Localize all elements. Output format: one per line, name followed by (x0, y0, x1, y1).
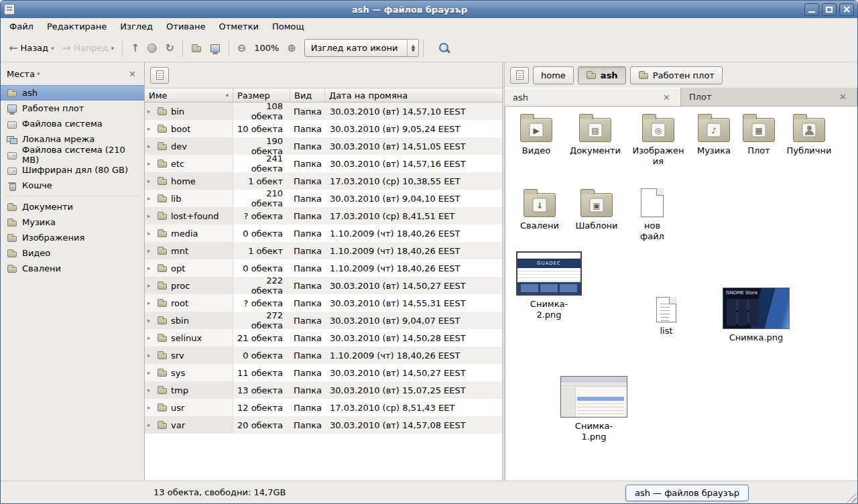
menu-view[interactable]: Изглед (114, 19, 159, 34)
table-row[interactable]: ▸mnt1 обектПапка1.10.2009 (чт) 18,40,26 … (145, 242, 502, 259)
menu-bookmarks[interactable]: Отметки (212, 19, 264, 34)
zoom-out-button[interactable]: ⊖ (233, 40, 250, 57)
close-button[interactable] (839, 3, 854, 16)
table-row[interactable]: ▸selinux21 обектаПапка30.03.2010 (вт) 14… (145, 329, 502, 346)
minimize-button[interactable] (804, 3, 819, 16)
icon-folder-desktop[interactable]: Плот (741, 113, 776, 156)
sidebar-item-filesystem[interactable]: Файлова система (1, 116, 144, 131)
icon-folder-public[interactable]: Публични (784, 113, 834, 156)
icon-folder-video[interactable]: Видео (515, 113, 558, 156)
zoom-in-button[interactable]: ⊕ (283, 40, 300, 57)
taskbar-window-button[interactable]: ash — файлов браузър (625, 485, 749, 501)
icon-file-new[interactable]: нов файл (631, 187, 673, 242)
icon-folder-documents[interactable]: Документи (566, 113, 625, 156)
sidebar-item-trash[interactable]: Кошче (1, 178, 144, 193)
expander-icon[interactable]: ▸ (147, 230, 154, 237)
sidebar-item-encrypted-80gb[interactable]: Шифриран дял (80 GB) (1, 162, 144, 178)
maximize-button[interactable] (822, 3, 837, 16)
sidebar-item-ash[interactable]: ash (1, 85, 144, 101)
search-button[interactable] (428, 39, 454, 58)
expander-icon[interactable]: ▸ (147, 422, 154, 428)
table-row[interactable]: ▸boot10 обектаПапка30.03.2010 (вт) 9,05,… (145, 120, 502, 137)
expander-icon[interactable]: ▸ (147, 195, 154, 202)
table-row[interactable]: ▸var20 обектаПапка30.03.2010 (вт) 14,57,… (145, 416, 502, 434)
sidebar-item-pictures[interactable]: Изображения (1, 230, 144, 245)
table-row[interactable]: ▸proc222 обектаПапка30.03.2010 (вт) 14,5… (145, 277, 502, 294)
back-button[interactable]: ← Назад ▾ (5, 40, 58, 57)
up-button[interactable]: ↑ (127, 40, 143, 57)
expander-icon[interactable]: ▸ (147, 247, 154, 254)
spinner-arrows-icon[interactable]: ▲▼ (407, 40, 418, 56)
expander-icon[interactable]: ▸ (147, 160, 154, 167)
column-header-date[interactable]: Дата на промяна (325, 88, 502, 102)
table-row[interactable]: ▸home1 обектПапка17.03.2010 (ср) 10,38,5… (145, 172, 502, 190)
forward-button[interactable]: → Напред ▾ (58, 40, 118, 57)
icon-file-list[interactable]: list (650, 296, 682, 336)
home-button[interactable] (187, 40, 206, 57)
breadcrumb-home[interactable]: home (533, 66, 574, 84)
stop-button[interactable] (143, 40, 161, 56)
table-row[interactable]: ▸sys11 обектаПапка30.03.2010 (вт) 14,50,… (145, 364, 502, 381)
column-header-name[interactable]: Име▾ (145, 88, 233, 102)
expander-icon[interactable]: ▸ (147, 212, 154, 219)
sidebar-close-icon[interactable]: ✕ (127, 69, 138, 79)
table-row[interactable]: ▸tmp13 обектаПапка30.03.2010 (вт) 15,07,… (145, 381, 502, 399)
table-row[interactable]: ▸dev190 обектаПапка30.03.2010 (вт) 14,51… (145, 137, 502, 155)
icon-file-snimka[interactable]: GNOME Store Снимка.png (721, 288, 791, 343)
table-row[interactable]: ▸lib210 обектаПапка30.03.2010 (вт) 9,04,… (145, 190, 502, 207)
sidebar-item-filesystem-210mb[interactable]: Файлова система (210 MB) (1, 147, 144, 162)
column-header-size[interactable]: Размер (233, 88, 290, 102)
icon-file-snimka2[interactable]: GUADEC Снимка-2.png (515, 251, 583, 320)
expander-icon[interactable]: ▸ (147, 178, 154, 184)
expander-icon[interactable]: ▸ (147, 125, 154, 132)
icon-view[interactable]: Видео Документи Изображения Музика Плот (505, 107, 857, 481)
table-row[interactable]: ▸root? обектаПапка30.03.2010 (вт) 14,55,… (145, 294, 502, 312)
edit-location-button[interactable] (510, 67, 529, 84)
table-row[interactable]: ▸srv0 обектаПапка1.10.2009 (чт) 18,40,26… (145, 346, 502, 364)
expander-icon[interactable]: ▸ (147, 143, 154, 149)
computer-button[interactable] (206, 40, 225, 57)
expander-icon[interactable]: ▸ (147, 317, 154, 324)
expander-icon[interactable]: ▸ (147, 352, 154, 359)
icon-folder-downloads[interactable]: Свалени (517, 188, 562, 231)
tab-close-icon[interactable]: ✕ (837, 92, 849, 102)
menu-edit[interactable]: Редактиране (41, 19, 113, 34)
titlebar[interactable]: ash — файлов браузър (1, 1, 857, 18)
sidebar-item-documents[interactable]: Документи (1, 199, 144, 214)
sidebar-item-desktop[interactable]: Работен плот (1, 101, 144, 116)
table-row[interactable]: ▸media0 обектаПапка1.10.2009 (чт) 18,40,… (145, 225, 502, 242)
table-row[interactable]: ▸lost+found? обектаПапка17.03.2010 (ср) … (145, 207, 502, 225)
icon-folder-templates[interactable]: Шаблони (574, 188, 619, 231)
menu-help[interactable]: Помощ (266, 19, 310, 34)
expander-icon[interactable]: ▸ (147, 300, 154, 306)
breadcrumb-ash[interactable]: ash (578, 66, 626, 84)
expander-icon[interactable]: ▸ (147, 387, 154, 393)
sidebar-title-select[interactable]: Места ▾ (7, 69, 40, 79)
column-header-type[interactable]: Вид (290, 88, 325, 102)
table-row[interactable]: ▸sbin272 обектаПапка30.03.2010 (вт) 9,04… (145, 312, 502, 329)
sidebar-item-video[interactable]: Видео (1, 245, 144, 261)
menu-go[interactable]: Отиване (160, 19, 211, 34)
expander-icon[interactable]: ▸ (147, 265, 154, 271)
icon-folder-music[interactable]: Музика (693, 113, 735, 156)
menu-file[interactable]: Файл (3, 19, 40, 34)
chevron-down-icon[interactable]: ▾ (51, 45, 54, 52)
expander-icon[interactable]: ▸ (147, 108, 154, 115)
view-mode-select[interactable]: Изглед като икони ▲▼ (304, 39, 420, 57)
tab-close-icon[interactable]: ✕ (661, 92, 672, 103)
expander-icon[interactable]: ▸ (147, 282, 154, 289)
table-row[interactable]: ▸bin108 обектаПапка30.03.2010 (вт) 14,57… (145, 103, 502, 120)
resize-grip[interactable] (847, 493, 857, 503)
tab-ash[interactable]: ash✕ (505, 88, 681, 106)
expander-icon[interactable]: ▸ (147, 369, 154, 376)
expander-icon[interactable]: ▸ (147, 334, 154, 341)
sidebar-item-downloads[interactable]: Свалени (1, 261, 144, 276)
table-row[interactable]: ▸etc241 обектаПапка30.03.2010 (вт) 14,57… (145, 155, 502, 172)
breadcrumb-desktop[interactable]: Работен плот (630, 66, 723, 84)
tab-desktop[interactable]: Плот✕ (681, 88, 857, 106)
icon-folder-pictures[interactable]: Изображения (631, 113, 685, 167)
icon-file-snimka1[interactable]: Снимка-1.png (559, 376, 629, 442)
reload-button[interactable]: ↻ (161, 40, 178, 57)
sidebar-item-music[interactable]: Музика (1, 214, 144, 230)
expander-icon[interactable]: ▸ (147, 404, 154, 411)
